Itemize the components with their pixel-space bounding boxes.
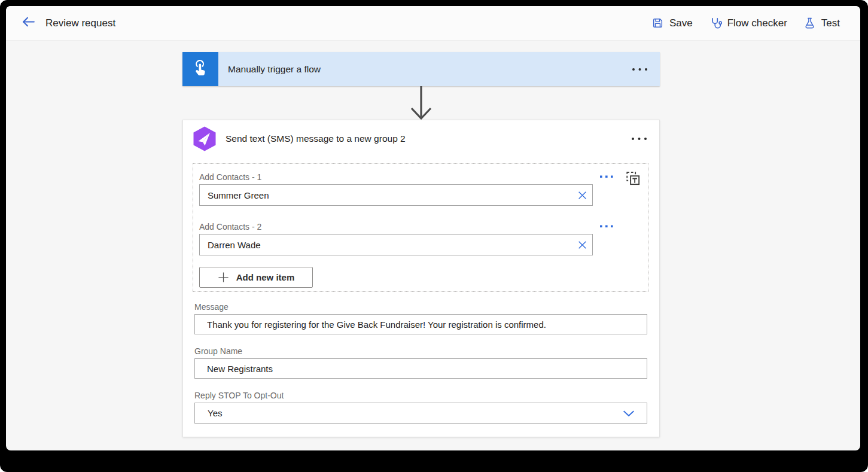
contact-2-input[interactable] [199, 234, 593, 255]
connector-arrow [409, 86, 433, 123]
reply-stop-label: Reply STOP To Opt-Out [194, 391, 284, 400]
action-title: Send text (SMS) message to a new group 2 [226, 133, 406, 144]
reply-stop-dropdown[interactable]: Yes [194, 403, 647, 424]
back-arrow-icon [21, 14, 36, 32]
reply-stop-value: Yes [208, 408, 623, 418]
message-input[interactable] [194, 314, 647, 334]
group-name-label: Group Name [194, 346, 242, 356]
add-new-item-label: Add new item [236, 272, 295, 282]
save-icon [651, 17, 664, 29]
test-flask-icon [803, 17, 816, 29]
flow-checker-button[interactable]: Flow checker [709, 17, 787, 30]
contacts-array-container: Add Contacts - 1 [193, 163, 648, 292]
test-label: Test [821, 17, 840, 29]
blue-ellipsis-icon [600, 225, 613, 228]
manual-trigger-icon-box [182, 52, 218, 86]
topbar-actions: Save Flow checker [651, 17, 860, 30]
switch-to-input-array-button[interactable] [625, 170, 642, 187]
touch-tap-icon [190, 59, 211, 80]
contact-2-clear-button[interactable] [575, 237, 589, 252]
action-more-options-button[interactable] [630, 135, 648, 143]
page-title: Review request [45, 17, 115, 29]
close-x-icon [577, 240, 587, 250]
chevron-down-icon [623, 410, 635, 417]
message-label: Message [194, 302, 229, 312]
contact-2-menu-button[interactable] [600, 225, 613, 228]
contact-1-menu-button[interactable] [600, 175, 613, 178]
contact-1-input[interactable] [199, 184, 593, 206]
trigger-title: Manually trigger a flow [228, 64, 321, 75]
plus-icon [218, 272, 229, 283]
flow-checker-icon [709, 17, 722, 30]
screenshot-frame: Review request Save [0, 0, 868, 472]
action-card-send-sms: Send text (SMS) message to a new group 2… [182, 120, 660, 437]
test-button[interactable]: Test [803, 17, 840, 29]
contact-2-label: Add Contacts - 2 [199, 222, 261, 232]
sms-connector-icon [193, 126, 217, 152]
flow-checker-label: Flow checker [727, 17, 787, 29]
close-x-icon [577, 190, 587, 200]
ellipsis-icon [631, 137, 647, 141]
action-card-header[interactable]: Send text (SMS) message to a new group 2 [183, 120, 659, 157]
top-command-bar: Review request Save [6, 6, 860, 41]
ellipsis-icon [632, 68, 648, 71]
add-new-item-button[interactable]: Add new item [199, 267, 313, 288]
trigger-card-manually-trigger-flow[interactable]: Manually trigger a flow [182, 52, 660, 86]
blue-ellipsis-icon [600, 175, 613, 178]
contact-1-clear-button[interactable] [575, 188, 589, 202]
back-button[interactable] [19, 14, 37, 32]
array-text-mode-icon [625, 170, 642, 187]
flow-editor-window: Review request Save [6, 6, 860, 450]
contact-1-label: Add Contacts - 1 [199, 172, 261, 182]
flow-canvas: Manually trigger a flow [6, 41, 860, 450]
save-button[interactable]: Save [651, 17, 693, 29]
group-name-input[interactable] [194, 358, 647, 379]
trigger-more-options-button[interactable] [631, 65, 649, 74]
save-label: Save [669, 17, 693, 29]
